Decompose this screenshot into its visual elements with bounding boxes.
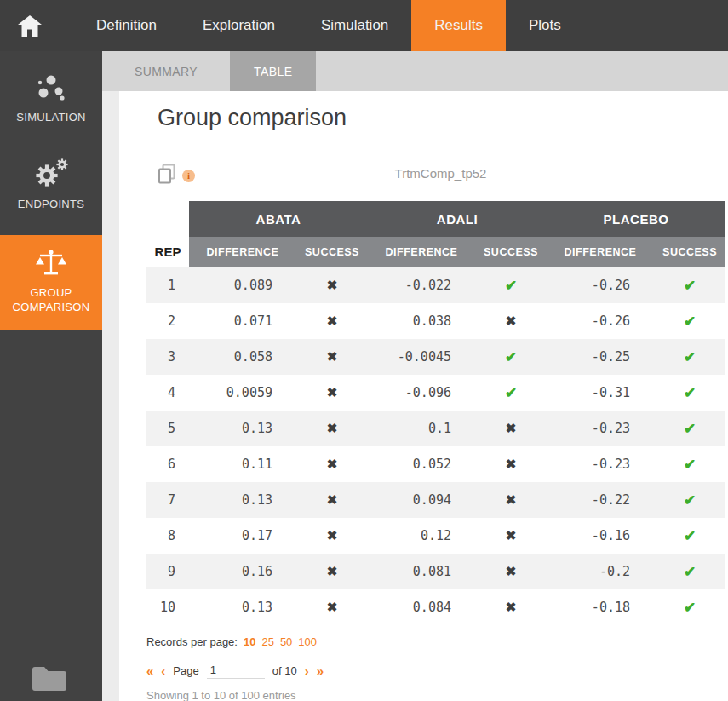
success-cross-icon: ✖ <box>296 554 368 589</box>
nav-item-results[interactable]: Results <box>411 0 506 51</box>
difference-cell: -0.31 <box>547 375 654 411</box>
rep-cell: 9 <box>146 554 189 589</box>
showing-entries-text: Showing 1 to 10 of 100 entries <box>146 689 728 701</box>
table-row: 100.13✖0.084✖-0.18✔ <box>146 589 725 625</box>
home-icon <box>17 14 43 37</box>
rep-cell: 3 <box>146 339 189 375</box>
sidebar-item-group-comparison[interactable]: GROUP COMPARISON <box>0 235 102 330</box>
sidebar-item-label: ENDPOINTS <box>3 197 99 211</box>
records-option-25[interactable]: 25 <box>261 635 273 648</box>
difference-cell: 0.13 <box>189 411 296 446</box>
difference-cell: -0.022 <box>368 267 475 303</box>
difference-cell: -0.18 <box>547 589 654 625</box>
table-row: 90.16✖0.081✖-0.2✔ <box>146 554 725 589</box>
page-number-input[interactable] <box>207 662 265 679</box>
success-cross-icon: ✖ <box>475 518 547 554</box>
success-cross-icon: ✖ <box>475 554 547 589</box>
success-cross-icon: ✖ <box>475 303 547 339</box>
records-option-100[interactable]: 100 <box>298 635 317 648</box>
success-cross-icon: ✖ <box>475 446 547 482</box>
group-comparison-table: REP ABATA ADALI PLACEBO DIFFERENCE SUCCE… <box>146 201 725 625</box>
sidebar: SIMULATION <box>0 51 102 701</box>
difference-cell: 0.16 <box>189 554 296 589</box>
tab-table[interactable]: TABLE <box>230 51 316 91</box>
success-check-icon: ✔ <box>654 339 725 375</box>
tab-strip: SUMMARY TABLE <box>102 51 728 91</box>
table-row: 40.0059✖-0.096✔-0.31✔ <box>146 375 725 411</box>
difference-cell: 0.1 <box>368 411 475 446</box>
difference-cell: -0.23 <box>547 446 654 482</box>
difference-cell: 0.12 <box>368 518 475 554</box>
records-option-10[interactable]: 10 <box>244 635 255 648</box>
rep-cell: 6 <box>146 446 189 482</box>
difference-cell: -0.26 <box>547 267 654 303</box>
success-cross-icon: ✖ <box>296 446 368 482</box>
rep-cell: 1 <box>146 267 189 303</box>
nav-item-exploration[interactable]: Exploration <box>180 0 298 51</box>
gears-icon <box>3 157 99 192</box>
difference-cell: 0.038 <box>368 303 475 339</box>
success-check-icon: ✔ <box>654 303 725 339</box>
success-check-icon: ✔ <box>654 446 725 482</box>
success-check-icon: ✔ <box>475 267 547 303</box>
sidebar-item-endpoints[interactable]: ENDPOINTS <box>0 148 102 220</box>
table-meta-row: i TrtmComp_tp52 <box>158 164 724 186</box>
next-page-icon[interactable]: › <box>305 664 309 678</box>
table-row: 60.11✖0.052✖-0.23✔ <box>146 446 725 482</box>
difference-cell: 0.071 <box>189 303 296 339</box>
success-cross-icon: ✖ <box>475 589 547 625</box>
first-page-icon[interactable]: « <box>146 664 153 678</box>
subheader-difference: DIFFERENCE <box>547 237 654 267</box>
group-header-adali: ADALI <box>368 201 547 237</box>
success-check-icon: ✔ <box>654 554 725 589</box>
success-cross-icon: ✖ <box>296 375 368 411</box>
success-check-icon: ✔ <box>654 518 725 554</box>
app-window: Definition Exploration Simulation Result… <box>0 0 728 701</box>
subheader-success: SUCCESS <box>654 237 725 267</box>
table-row: 30.058✖-0.0045✔-0.25✔ <box>146 339 725 375</box>
success-cross-icon: ✖ <box>296 411 368 446</box>
difference-cell: -0.096 <box>368 375 475 411</box>
table-row: 10.089✖-0.022✔-0.26✔ <box>146 267 725 303</box>
difference-cell: 0.0059 <box>189 375 296 411</box>
prev-page-icon[interactable]: ‹ <box>161 664 165 678</box>
success-cross-icon: ✖ <box>475 411 547 446</box>
subheader-success: SUCCESS <box>296 237 368 267</box>
nav-item-definition[interactable]: Definition <box>73 0 180 51</box>
success-check-icon: ✔ <box>654 589 725 625</box>
difference-cell: -0.25 <box>547 339 654 375</box>
difference-cell: 0.058 <box>189 339 296 375</box>
subheader-success: SUCCESS <box>475 237 547 267</box>
folder-icon[interactable] <box>31 664 68 696</box>
rep-cell: 8 <box>146 518 189 554</box>
difference-cell: -0.23 <box>547 411 654 446</box>
table-row: 20.071✖0.038✖-0.26✔ <box>146 303 725 339</box>
success-cross-icon: ✖ <box>296 589 368 625</box>
rep-cell: 4 <box>146 375 189 411</box>
success-cross-icon: ✖ <box>296 267 368 303</box>
nav-item-simulation[interactable]: Simulation <box>298 0 411 51</box>
difference-cell: 0.11 <box>189 446 296 482</box>
success-check-icon: ✔ <box>654 411 725 446</box>
sidebar-item-simulation[interactable]: SIMULATION <box>0 65 102 133</box>
page-total-label: of 10 <box>272 664 297 677</box>
difference-cell: -0.16 <box>547 518 654 554</box>
success-cross-icon: ✖ <box>296 339 368 375</box>
difference-cell: -0.0045 <box>368 339 475 375</box>
rep-cell: 5 <box>146 411 189 446</box>
home-button[interactable] <box>0 0 51 51</box>
dataset-name: TrtmComp_tp52 <box>158 166 724 181</box>
success-check-icon: ✔ <box>654 482 725 518</box>
tab-summary[interactable]: SUMMARY <box>111 51 221 91</box>
difference-cell: -0.22 <box>547 482 654 518</box>
cluster-icon <box>3 73 99 105</box>
column-header-rep: REP <box>146 201 189 267</box>
difference-cell: -0.2 <box>547 554 654 589</box>
rep-cell: 2 <box>146 303 189 339</box>
nav-item-plots[interactable]: Plots <box>506 0 584 51</box>
table-row: 80.17✖0.12✖-0.16✔ <box>146 518 725 554</box>
success-cross-icon: ✖ <box>475 482 547 518</box>
last-page-icon[interactable]: » <box>317 664 324 678</box>
difference-cell: -0.26 <box>547 303 654 339</box>
records-option-50[interactable]: 50 <box>280 635 292 648</box>
